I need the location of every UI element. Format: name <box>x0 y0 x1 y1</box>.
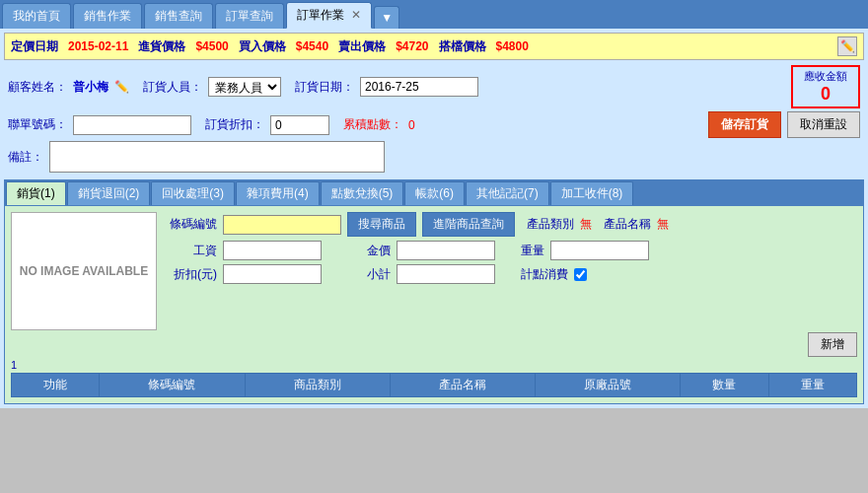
tab-order-work[interactable]: 訂單作業 ✕ <box>286 2 372 29</box>
no-image-box: NO IMAGE AVAILABLE <box>11 212 157 330</box>
product-row-3: 折扣(元) 小計 計點消費 <box>163 264 857 284</box>
table-header-row: 功能 條碼編號 商品類別 產品名稱 原廠品號 數量 重量 <box>12 374 857 397</box>
date-label: 訂貨日期： <box>295 79 354 96</box>
fixed-date-value: 2015-02-11 <box>68 39 128 53</box>
price-input[interactable] <box>397 241 495 260</box>
form-section: 顧客姓名： 普小梅 ✏️ 訂貨人員： 業務人員 訂貨日期： 應收金額 0 聯單號… <box>4 63 864 177</box>
col-original: 原廠品號 <box>536 374 681 397</box>
no-image-text: NO IMAGE AVAILABLE <box>20 264 148 278</box>
col-qty: 數量 <box>681 374 768 397</box>
name-label: 產品名稱 <box>604 216 651 233</box>
nav-tabs: 我的首頁 銷售作業 銷售查詢 訂單查詢 訂單作業 ✕ ▼ <box>0 0 868 29</box>
staff-label: 訂貨人員： <box>143 79 202 96</box>
form-row-3: 備註： <box>8 141 860 173</box>
points-value: 0 <box>408 118 415 132</box>
sub-tab-misc[interactable]: 雜項費用(4) <box>236 181 320 205</box>
sub-tab-recycling[interactable]: 回收處理(3) <box>151 181 235 205</box>
phone-input[interactable] <box>73 115 191 135</box>
phone-label: 聯單號碼： <box>8 116 67 133</box>
save-button[interactable]: 儲存訂貨 <box>708 111 781 138</box>
discount-label: 訂貨折扣： <box>205 116 264 133</box>
sell-price-value: $4720 <box>396 39 428 53</box>
sub-tab-sales[interactable]: 銷貨(1) <box>6 181 66 205</box>
sub-tab-payment[interactable]: 帳款(6) <box>404 181 465 205</box>
staff-select[interactable]: 業務人員 <box>208 77 281 97</box>
barcode-label: 條碼編號 <box>163 216 217 233</box>
data-table: 功能 條碼編號 商品類別 產品名稱 原廠品號 數量 重量 <box>11 373 857 397</box>
sub-tab-returns[interactable]: 銷貨退回(2) <box>67 181 151 205</box>
col-name: 產品名稱 <box>390 374 535 397</box>
amount-value: 0 <box>801 84 850 105</box>
note-label: 備註： <box>8 149 43 166</box>
sell-price-label: 賣出價格 <box>338 38 386 55</box>
points-label: 累積點數： <box>343 116 402 133</box>
weight-label: 重量 <box>521 243 544 259</box>
form-row-1: 顧客姓名： 普小梅 ✏️ 訂貨人員： 業務人員 訂貨日期： 應收金額 0 <box>8 65 860 108</box>
count-label: 計點消費 <box>521 266 568 283</box>
discount-prod-input[interactable] <box>223 264 322 284</box>
form-row-2: 聯單號碼： 訂貨折扣： 累積點數： 0 儲存訂貨 取消重設 <box>8 111 860 138</box>
edit-icon[interactable]: ✏️ <box>837 36 857 56</box>
customer-name: 普小梅 <box>73 79 108 96</box>
cancel-button[interactable]: 取消重設 <box>787 111 860 138</box>
sub-tab-points[interactable]: 點數兌換(5) <box>321 181 404 205</box>
product-row-1: 條碼編號 搜尋商品 進階商品查詢 產品類別 無 產品名稱 無 <box>163 212 857 237</box>
fixed-date-label: 定價日期 <box>11 38 58 55</box>
tab-sales-query[interactable]: 銷售查詢 <box>144 3 213 29</box>
promo-price-label: 搭檔價格 <box>439 38 486 55</box>
product-form: 條碼編號 搜尋商品 進階商品查詢 產品類別 無 產品名稱 無 工資 金價 重量 <box>163 212 857 330</box>
name-value: 無 <box>657 216 669 233</box>
search-button[interactable]: 搜尋商品 <box>347 212 416 237</box>
main-area: 定價日期 2015-02-11 進貨價格 $4500 買入價格 $4540 賣出… <box>0 29 868 408</box>
note-textarea[interactable] <box>49 141 385 173</box>
barcode-input[interactable] <box>223 215 341 235</box>
labor-input[interactable] <box>223 241 322 260</box>
sub-tab-process[interactable]: 加工收件(8) <box>550 181 634 205</box>
product-section: NO IMAGE AVAILABLE 條碼編號 搜尋商品 進階商品查詢 產品類別… <box>11 212 857 330</box>
sub-tab-other[interactable]: 其他記記(7) <box>466 181 549 205</box>
subtotal-label: 小計 <box>367 266 391 283</box>
buy-price-value: $4500 <box>195 39 228 53</box>
amount-label: 應收金額 <box>801 69 850 84</box>
amount-box: 應收金額 0 <box>791 65 860 108</box>
tab-content: NO IMAGE AVAILABLE 條碼編號 搜尋商品 進階商品查詢 產品類別… <box>4 205 864 404</box>
discount-prod-label: 折扣(元) <box>163 266 217 283</box>
col-weight: 重量 <box>768 374 856 397</box>
tab-home[interactable]: 我的首頁 <box>2 3 71 29</box>
labor-label: 工資 <box>163 243 217 259</box>
col-category: 商品類別 <box>245 374 390 397</box>
tab-more-button[interactable]: ▼ <box>374 6 399 29</box>
tab-order-query[interactable]: 訂單查詢 <box>215 3 284 29</box>
sub-tabs: 銷貨(1) 銷貨退回(2) 回收處理(3) 雜項費用(4) 點數兌換(5) 帳款… <box>4 179 864 205</box>
query-button[interactable]: 進階商品查詢 <box>422 212 515 237</box>
category-label: 產品類別 <box>527 216 574 233</box>
weight-input[interactable] <box>550 241 649 260</box>
col-barcode: 條碼編號 <box>100 374 245 397</box>
info-bar: 定價日期 2015-02-11 進貨價格 $4500 買入價格 $4540 賣出… <box>4 33 864 60</box>
member-price-label: 買入價格 <box>239 38 286 55</box>
new-button[interactable]: 新增 <box>808 332 857 357</box>
page-indicator: 1 <box>11 359 857 371</box>
count-checkbox[interactable] <box>574 268 587 281</box>
customer-edit-icon[interactable]: ✏️ <box>114 80 129 94</box>
col-function: 功能 <box>12 374 100 397</box>
member-price-value: $4540 <box>296 39 328 53</box>
customer-label: 顧客姓名： <box>8 79 67 96</box>
buy-price-label: 進貨價格 <box>138 38 185 55</box>
category-value: 無 <box>580 216 592 233</box>
discount-input[interactable] <box>270 115 329 135</box>
promo-price-value: $4800 <box>496 39 529 53</box>
price-label: 金價 <box>367 243 391 259</box>
date-input[interactable] <box>360 77 478 97</box>
tab-close-icon[interactable]: ✕ <box>351 8 361 22</box>
tab-sales[interactable]: 銷售作業 <box>73 3 142 29</box>
product-row-2: 工資 金價 重量 <box>163 241 857 260</box>
new-btn-row: 新增 <box>11 332 857 357</box>
subtotal-input[interactable] <box>397 264 495 284</box>
